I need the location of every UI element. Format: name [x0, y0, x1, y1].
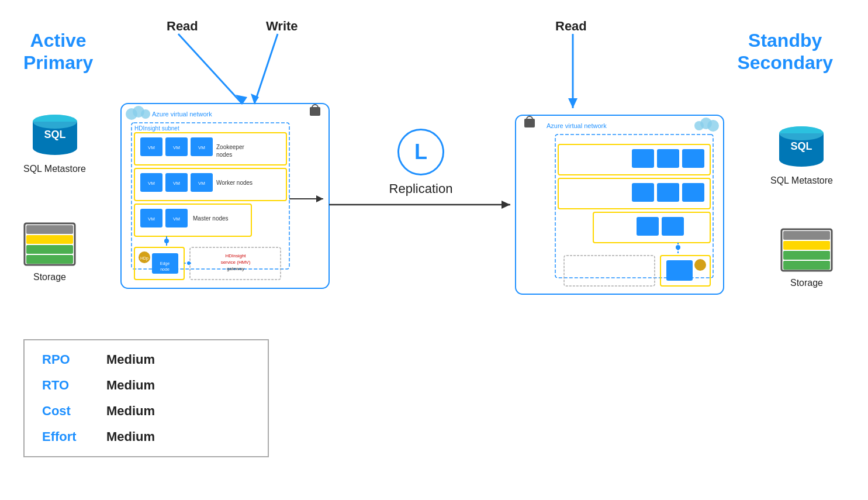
svg-text:Edge: Edge — [160, 261, 170, 266]
svg-text:SQL: SQL — [791, 140, 812, 152]
svg-text:Worker nodes: Worker nodes — [216, 180, 253, 186]
metric-row-rto: RTO Medium — [42, 378, 250, 393]
svg-rect-14 — [26, 225, 73, 234]
svg-text:HDp: HDp — [140, 256, 148, 261]
svg-rect-84 — [632, 183, 654, 202]
svg-text:service (HMV): service (HMV) — [221, 260, 251, 265]
svg-text:SQL: SQL — [44, 129, 65, 140]
metric-row-rpo: RPO Medium — [42, 352, 250, 367]
svg-text:Azure virtual network: Azure virtual network — [152, 111, 212, 118]
svg-text:Zookeeper: Zookeeper — [216, 144, 244, 150]
storage-right: Storage — [780, 228, 833, 288]
replication-clock-icon — [397, 129, 444, 175]
read-right-arrow: Read — [526, 18, 643, 111]
metrics-box: RPO Medium RTO Medium Cost Medium Effort… — [23, 339, 269, 457]
sql-metastore-right: SQL SQL Metastore — [770, 123, 833, 186]
active-primary-label: Active Primary — [23, 29, 93, 74]
svg-marker-68 — [502, 201, 510, 209]
svg-text:VM: VM — [198, 145, 205, 150]
svg-text:gateway: gateway — [227, 266, 244, 271]
standby-secondary-label: Standby Secondary — [737, 29, 833, 74]
svg-text:VM: VM — [148, 216, 155, 222]
svg-line-2 — [178, 34, 243, 104]
svg-rect-102 — [783, 261, 830, 270]
svg-rect-17 — [26, 255, 73, 264]
svg-point-96 — [779, 153, 824, 167]
svg-text:Write: Write — [266, 19, 298, 33]
svg-text:VM: VM — [173, 216, 180, 222]
svg-marker-8 — [568, 98, 577, 108]
svg-text:Azure virtual network: Azure virtual network — [547, 122, 607, 129]
storage-left: Storage — [23, 222, 76, 282]
svg-marker-66 — [316, 195, 323, 202]
svg-rect-83 — [657, 183, 679, 202]
svg-text:nodes: nodes — [216, 151, 232, 158]
svg-point-91 — [694, 259, 706, 271]
svg-rect-86 — [662, 217, 684, 236]
svg-rect-24 — [310, 107, 320, 116]
svg-rect-93 — [564, 256, 655, 286]
svg-point-98 — [779, 126, 824, 140]
svg-text:VM: VM — [198, 181, 205, 186]
svg-rect-80 — [632, 149, 654, 168]
svg-rect-100 — [783, 241, 830, 250]
svg-text:Read: Read — [555, 19, 587, 33]
svg-text:VM: VM — [173, 145, 180, 150]
sql-metastore-left: SQL SQL Metastore — [23, 111, 86, 174]
svg-rect-16 — [26, 245, 73, 254]
metric-row-effort: Effort Medium — [42, 429, 250, 444]
svg-rect-99 — [783, 231, 830, 240]
svg-rect-15 — [26, 235, 73, 244]
svg-point-13 — [33, 115, 77, 129]
svg-text:VM: VM — [148, 181, 155, 186]
svg-text:HDInsight: HDInsight — [225, 253, 246, 258]
svg-point-72 — [694, 121, 704, 130]
svg-text:VM: VM — [148, 145, 155, 150]
main-container: Active Primary Standby Secondary Read Wr… — [0, 0, 868, 500]
svg-rect-79 — [657, 149, 679, 168]
svg-text:VM: VM — [173, 181, 180, 186]
svg-rect-87 — [637, 217, 659, 236]
svg-text:Read: Read — [167, 19, 198, 33]
svg-text:node: node — [160, 267, 170, 271]
metric-row-cost: Cost Medium — [42, 404, 250, 419]
svg-point-11 — [33, 141, 77, 155]
svg-line-4 — [254, 34, 278, 104]
svg-rect-82 — [682, 183, 704, 202]
replication-arrow — [329, 196, 516, 213]
cluster-right: Azure virtual network — [514, 114, 725, 295]
svg-text:HDInsight subnet: HDInsight subnet — [134, 125, 179, 132]
svg-rect-74 — [524, 119, 535, 127]
svg-text:Master nodes: Master nodes — [193, 215, 229, 222]
svg-point-22 — [141, 109, 150, 119]
replication-area: Replication — [333, 129, 509, 196]
cluster-left: Azure virtual network HDInsight subnet V… — [120, 102, 330, 289]
svg-rect-78 — [682, 149, 704, 168]
svg-rect-101 — [783, 251, 830, 260]
svg-rect-92 — [666, 260, 693, 281]
